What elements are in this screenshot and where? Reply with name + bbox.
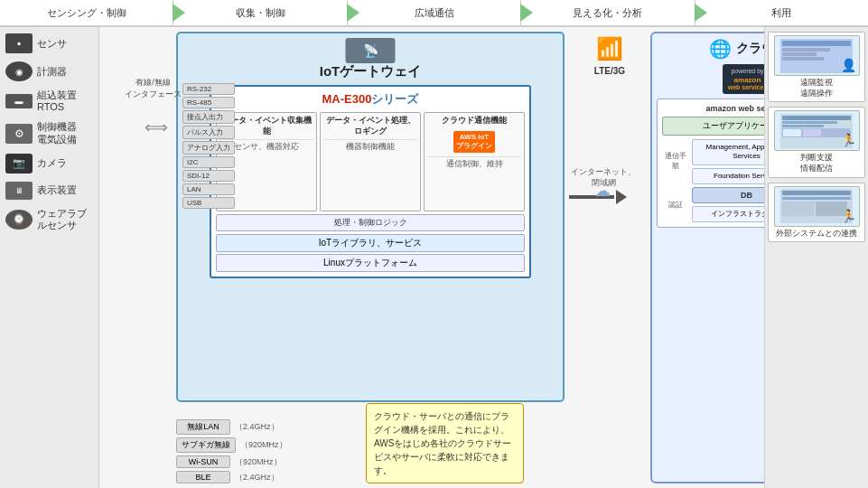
port-sdi12: SDI-12 <box>182 170 235 182</box>
wireless-freq-3: （920MHz） <box>235 456 282 468</box>
sidebar-item-display: 🖥 表示装置 <box>3 180 96 202</box>
foundation-service-box: Foundation Services <box>692 168 764 184</box>
wireless-section: 無線LAN （2.4GHz） サブギガ無線 （920MHz） Wi-SUN （9… <box>176 419 357 483</box>
ma-e300-title-suffix: シリーズ <box>371 92 418 106</box>
display-label: 表示装置 <box>37 183 77 197</box>
ma-e300-box: MA-E300シリーズ データ・イベント収集機能 センサ、機器対応 データ・イベ… <box>210 85 531 278</box>
aws-text: web services <box>728 84 764 90</box>
port-labels: RS-232 RS-485 接点入出力 パルス入力 アナログ入力 I2C SDI… <box>182 83 235 209</box>
header-section-5: 利用 <box>695 0 868 25</box>
ma-col2-sub: 機器制御機能 <box>323 142 417 153</box>
cloud-popup-text: クラウド・サーバとの通信にプラグイン機構を採用。これにより、AWSをはじめ各社の… <box>374 411 511 475</box>
interface-label: 有線/無線インタフェース <box>125 77 182 99</box>
external-img: 🏃 <box>774 186 860 227</box>
decision-label: 判断支援情報配信 <box>800 153 833 174</box>
cloud-title-area: 🌐 クラウド <box>657 38 764 60</box>
powered-by-text: powered by <box>731 68 763 74</box>
ma-e300-title-prefix: MA-E300 <box>322 92 372 106</box>
iot-library-bar: IoTライブラリ、サービス <box>216 234 525 252</box>
control-label: 制御機器電気設備 <box>37 121 77 145</box>
sensor-label: センサ <box>37 37 67 51</box>
sidebar-item-embedded: ▬ 組込装置RTOS <box>3 88 96 115</box>
ma-col3-title: クラウド通信機能 <box>427 116 521 127</box>
camera-label: カメラ <box>37 156 67 170</box>
db-label: DB <box>741 191 752 200</box>
aws-logo-area: powered by amazon web services <box>657 64 764 94</box>
ma-bottom-cell-1: 処理・制御ロジック <box>216 214 525 231</box>
wireless-row-4: BLE （2.4GHz） <box>176 471 357 483</box>
right-sidebar: 👤 遠隔監視遠隔操作 🏃 判断支援情報配信 <box>764 27 868 488</box>
port-i2c: I2C <box>182 156 235 168</box>
port-usb: USB <box>182 197 235 209</box>
wireless-freq-4: （2.4GHz） <box>235 472 279 483</box>
header-label-1: センシング・制御 <box>47 6 126 20</box>
display-icon: 🖥 <box>5 182 33 200</box>
cloud-title: クラウド <box>736 41 765 57</box>
wireless-row-1: 無線LAN （2.4GHz） <box>176 419 357 435</box>
right-item-remote: 👤 遠隔監視遠隔操作 <box>768 32 865 102</box>
linux-platform-bar: Linuxプラットフォーム <box>216 254 525 272</box>
aws-iot-badge: AWS IoTプラグイン <box>453 131 495 153</box>
sidebar-item-sensor: ▪ センサ <box>3 32 96 55</box>
external-label: 外部システムとの連携 <box>776 229 857 239</box>
aws-inner-title: amazon web services <box>662 104 764 113</box>
db-icon-box: DB <box>692 187 764 203</box>
header-section-1: センシング・制御 <box>0 0 173 25</box>
sidebar-item-camera: 📷 カメラ <box>3 152 96 175</box>
top-header: センシング・制御 収集・制御 広域通信 見える化・分析 利用 <box>0 0 868 27</box>
user-app-box: ユーザアプリケーション <box>662 117 764 136</box>
port-contact: 接点入出力 <box>182 110 235 124</box>
sidebar-item-meter: ◉ 計測器 <box>3 60 96 83</box>
iot-gateway-title: IoTゲートウェイ <box>182 63 558 80</box>
header-label-3: 広域通信 <box>415 6 454 20</box>
port-pulse: パルス入力 <box>182 126 235 139</box>
port-analog: アナログ入力 <box>182 141 235 155</box>
ma-bottom-row: 処理・制御ロジック <box>216 214 525 231</box>
wearable-icon: ⌚ <box>5 210 33 230</box>
ma-col3-sub2: 通信制御、維持 <box>427 159 521 170</box>
globe-icon: 🌐 <box>709 38 732 60</box>
header-label-5: 利用 <box>771 6 791 20</box>
embedded-icon: ▬ <box>5 94 33 108</box>
ma-e300-grid: データ・イベント収集機能 センサ、機器対応 データ・イベント処理、ロギング 機器… <box>216 112 525 211</box>
control-icon: ⚙ <box>5 124 33 144</box>
ma-e300-title: MA-E300シリーズ <box>216 91 525 108</box>
meter-icon: ◉ <box>5 61 33 81</box>
cloud-small-icon: ☁ <box>594 181 611 201</box>
wireless-freq-1: （2.4GHz） <box>235 421 279 433</box>
remote-screen-img: 👤 <box>774 35 860 76</box>
interface-arrow: ⟺ <box>145 117 168 137</box>
cloud-popup: クラウド・サーバとの通信にプラグイン機構を採用。これにより、AWSをはじめ各社の… <box>366 403 524 483</box>
aws-swoosh: amazon <box>734 76 761 84</box>
infra-box: インフラストラクチャ <box>692 206 764 222</box>
wearable-label: ウェアラブルセンサ <box>37 208 93 231</box>
aws-service-grid: 通信手順 認証 Management, Application Services… <box>662 139 764 222</box>
iot-gateway-box: 📡 IoTゲートウェイ MA-E300シリーズ データ・イベント収集機能 センサ… <box>176 32 565 402</box>
port-rs485: RS-485 <box>182 97 235 108</box>
left-sidebar: ▪ センサ ◉ 計測器 ▬ 組込装置RTOS ⚙ 制御機器電気設備 📷 カメラ … <box>0 27 99 488</box>
lte-antenna-icon: 📶 <box>596 36 623 61</box>
lte-label: LTE/3G <box>594 66 625 76</box>
wireless-row-2: サブギガ無線 （920MHz） <box>176 437 357 453</box>
header-section-4: 見える化・分析 <box>521 0 695 25</box>
header-label-4: 見える化・分析 <box>573 6 642 20</box>
header-label-2: 収集・制御 <box>236 6 285 20</box>
sensor-icon: ▪ <box>5 33 33 53</box>
right-item-decision: 🏃 判断支援情報配信 <box>768 107 865 177</box>
meter-label: 計測器 <box>37 65 67 79</box>
aws-left-labels: 通信手順 認証 <box>662 139 689 222</box>
ma-col-2: データ・イベント処理、ロギング 機器制御機能 <box>320 112 421 211</box>
wireless-row-3: Wi-SUN （920MHz） <box>176 455 357 468</box>
embedded-label: 組込装置RTOS <box>37 89 77 113</box>
remote-label: 遠隔監視遠隔操作 <box>800 78 833 99</box>
wireless-label-1: 無線LAN <box>176 419 230 435</box>
lte-section: 📶 LTE/3G <box>574 36 646 76</box>
wireless-label-3: Wi-SUN <box>176 455 230 468</box>
ma-col-3: クラウド通信機能 AWS IoTプラグイン 通信制御、維持 <box>424 112 525 211</box>
camera-icon: 📷 <box>5 154 33 174</box>
right-item-external: 🏃 外部システムとの連携 <box>768 183 865 243</box>
header-section-3: 広域通信 <box>348 0 521 25</box>
port-lan: LAN <box>182 183 235 195</box>
sidebar-item-wearable: ⌚ ウェアラブルセンサ <box>3 206 96 233</box>
management-service-box: Management, Application Services <box>692 139 764 165</box>
